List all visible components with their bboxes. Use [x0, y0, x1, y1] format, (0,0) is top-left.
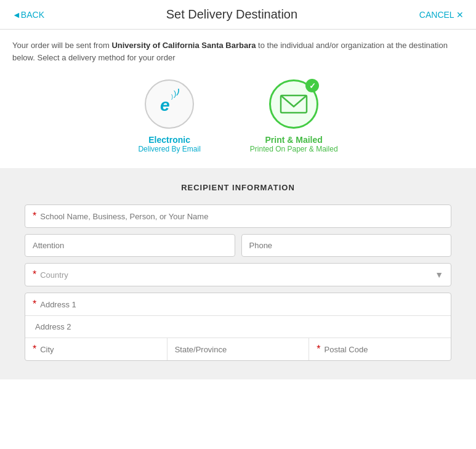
state-input[interactable] — [175, 345, 302, 354]
mail-icon — [280, 93, 308, 115]
delivery-option-print[interactable]: ✓ Print & Mailed Printed On Paper & Mail… — [250, 79, 338, 153]
recipient-section: RECIPIENT INFORMATION * * Country ▼ * — [0, 168, 476, 379]
cancel-button[interactable]: CANCEL ✕ — [419, 10, 464, 20]
electronic-label: Electronic — [148, 135, 190, 145]
country-field-wrap: * Country ▼ — [25, 263, 451, 286]
info-text: Your order will be sent from University … — [0, 30, 476, 70]
country-required-star: * — [33, 270, 36, 280]
info-text-before: Your order will be sent from — [12, 41, 111, 50]
country-select[interactable]: Country — [40, 270, 443, 280]
postal-cell: * — [309, 338, 451, 360]
city-cell: * — [25, 338, 167, 360]
city-input[interactable] — [40, 345, 159, 354]
name-input[interactable] — [40, 212, 443, 221]
svg-text:): ) — [176, 89, 180, 95]
back-button[interactable]: ◄BACK — [12, 10, 44, 20]
svg-text:): ) — [171, 94, 173, 100]
delivery-options: ) ) ) e Electronic Delivered By Email ✓ … — [0, 70, 476, 168]
attention-field-wrap — [25, 234, 235, 257]
print-label: Print & Mailed — [265, 135, 323, 145]
phone-input[interactable] — [249, 241, 444, 250]
name-field-wrap: * — [25, 204, 451, 228]
electronic-sublabel: Delivered By Email — [138, 145, 200, 153]
address-block: * * * — [25, 293, 451, 361]
recipient-title: RECIPIENT INFORMATION — [25, 183, 451, 192]
print-sublabel: Printed On Paper & Mailed — [250, 145, 338, 153]
address1-row: * — [25, 293, 451, 316]
electronic-icon-wrap: ) ) ) e — [145, 79, 194, 129]
address1-required-star: * — [33, 299, 36, 309]
check-badge: ✓ — [305, 79, 319, 92]
name-required-star: * — [33, 211, 36, 221]
print-icon-wrap: ✓ — [269, 79, 318, 129]
svg-text:e: e — [160, 95, 170, 115]
postal-input[interactable] — [325, 345, 443, 354]
city-state-postal-row: * * — [25, 338, 451, 360]
postal-required-star: * — [317, 344, 320, 354]
org-name: University of California Santa Barbara — [111, 41, 256, 50]
address2-input[interactable] — [33, 322, 443, 331]
attention-input[interactable] — [33, 241, 227, 250]
phone-field-wrap — [241, 234, 452, 257]
attention-phone-row — [25, 234, 451, 257]
electronic-icon: ) ) ) e — [154, 89, 185, 119]
address1-input[interactable] — [40, 300, 443, 309]
state-cell — [167, 338, 310, 360]
page-title: Set Delivery Destination — [166, 7, 297, 22]
header: ◄BACK Set Delivery Destination CANCEL ✕ — [0, 0, 476, 30]
city-required-star: * — [33, 344, 36, 354]
delivery-option-electronic[interactable]: ) ) ) e Electronic Delivered By Email — [138, 79, 200, 153]
address2-row — [25, 316, 451, 338]
